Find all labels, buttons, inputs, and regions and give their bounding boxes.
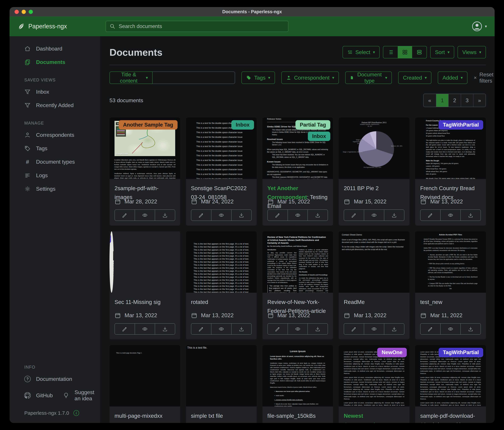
document-card[interactable]: TagWithPartial French Country BreadFor t… <box>415 118 486 225</box>
document-thumbnail[interactable]: This is the text that appears on the fir… <box>186 231 257 293</box>
minimize-window-button[interactable] <box>22 10 26 14</box>
sidebar-item-document-types[interactable]: # Document types <box>9 155 100 169</box>
download-button[interactable] <box>460 210 480 221</box>
tag-badge[interactable]: NewOne <box>377 348 407 357</box>
document-card[interactable]: Another Sample Tag Boundary Waters TripG… <box>109 118 180 225</box>
tag-badge[interactable]: Inbox <box>231 120 254 130</box>
pagination-page-1[interactable]: 1 <box>436 94 448 107</box>
pagination-page-2[interactable]: 2 <box>448 94 461 107</box>
tag-badge[interactable]: TagWithPartial <box>109 234 111 243</box>
download-button[interactable] <box>307 210 328 221</box>
view-button[interactable] <box>135 210 155 221</box>
document-thumbnail[interactable]: Contact Sheet DemoGiven a set of image f… <box>339 231 409 293</box>
search-input[interactable] <box>106 21 288 32</box>
view-button[interactable] <box>288 210 308 221</box>
document-card[interactable]: Adobe Acrobat PDF FilesAdobe® Portable D… <box>415 231 486 339</box>
document-thumbnail[interactable]: Patient BP Distribution 2011Normal, 150,… <box>339 118 409 179</box>
document-card[interactable]: This is the text that appears on the fir… <box>186 231 257 339</box>
tag-badge[interactable]: TagWithPartial <box>439 348 483 357</box>
document-card[interactable]: TagWithPartial Application for Medical S… <box>109 231 180 339</box>
view-button[interactable] <box>440 324 460 334</box>
document-card[interactable]: Patient BP Distribution 2011Normal, 150,… <box>339 118 409 225</box>
view-button[interactable] <box>288 324 308 334</box>
filter-tags-button[interactable]: Tags ▾ <box>242 72 275 84</box>
view-grid-button[interactable] <box>398 46 412 58</box>
edit-button[interactable] <box>115 324 135 334</box>
document-title[interactable]: sample-pdf-download-10-mb-longer-title <box>420 411 481 423</box>
tag-badge[interactable]: Another Sample Tag <box>119 120 178 130</box>
document-title[interactable]: Sec 11-Missing sig <box>115 298 175 307</box>
sidebar-item-documents[interactable]: Documents <box>9 55 100 69</box>
filter-correspondent-button[interactable]: Correspondent ▾ <box>281 72 339 84</box>
correspondent-name[interactable]: Yet Another Correspondent <box>267 185 307 200</box>
pagination-page-3[interactable]: 3 <box>461 94 473 107</box>
filter-query-input[interactable] <box>153 72 235 84</box>
sidebar-item-suggest-idea[interactable]: Suggest an idea <box>56 386 100 405</box>
edit-button[interactable] <box>268 324 288 334</box>
brand[interactable]: Paperless-ngx <box>17 22 67 30</box>
edit-button[interactable] <box>191 324 211 334</box>
filter-added-button[interactable]: Added ▾ <box>438 72 468 84</box>
view-details-button[interactable] <box>412 46 427 58</box>
document-thumbnail[interactable]: Inbox This is a test for the double spac… <box>186 118 257 179</box>
filter-created-button[interactable]: Created ▾ <box>398 72 432 84</box>
select-button[interactable]: Select ▾ <box>342 46 380 58</box>
document-thumbnail[interactable]: Lorem ipsumLorem ipsum dolor sit amet, c… <box>262 345 333 406</box>
tag-badge[interactable]: TagWithPartial <box>439 120 483 130</box>
document-card[interactable]: NewOne Lorem ipsum dolor sit amet, conse… <box>339 345 409 423</box>
document-thumbnail[interactable]: TagWithPartial French Country BreadFor t… <box>415 118 486 179</box>
sidebar-item-dashboard[interactable]: Dashboard <box>9 42 100 55</box>
edit-button[interactable] <box>344 324 364 334</box>
filter-field-button[interactable]: Title & content ▾ <box>109 72 153 84</box>
tag-badge[interactable]: Partial Tag <box>296 120 330 130</box>
document-title[interactable]: 2011 BP Pie 2 <box>344 184 405 193</box>
document-card[interactable]: Lorem ipsumLorem ipsum dolor sit amet, c… <box>262 345 333 423</box>
document-title[interactable]: simple txt file <box>191 411 252 421</box>
sidebar-item-inbox[interactable]: Inbox <box>9 85 100 99</box>
download-button[interactable] <box>384 324 404 334</box>
document-card[interactable]: TagWithPartial Lorem ipsum dolor sit ame… <box>415 345 486 423</box>
view-button[interactable] <box>211 210 231 221</box>
document-thumbnail[interactable]: TagWithPartial Application for Medical S… <box>109 231 114 293</box>
document-card[interactable]: Partial TagInbox Release Notes----------… <box>262 118 333 225</box>
close-window-button[interactable] <box>15 10 19 14</box>
document-card[interactable]: This is a multi page document. Page 1. m… <box>109 345 180 423</box>
document-title[interactable]: test_new <box>420 298 481 307</box>
document-thumbnail[interactable]: Adobe Acrobat PDF FilesAdobe® Portable D… <box>415 231 486 293</box>
view-button[interactable] <box>211 324 231 334</box>
sidebar-item-documentation[interactable]: ? Documentation <box>9 372 100 386</box>
edit-button[interactable] <box>268 210 288 221</box>
edit-button[interactable] <box>344 210 364 221</box>
document-card[interactable]: Contact Sheet DemoGiven a set of image f… <box>339 231 409 339</box>
document-title[interactable]: Newest Correspondent: f_combineds <box>344 411 405 423</box>
pagination-prev[interactable]: « <box>423 94 436 107</box>
download-button[interactable] <box>384 210 404 221</box>
sidebar-item-correspondents[interactable]: Correspondents <box>9 128 100 142</box>
document-title[interactable]: multi-page-mixedxx <box>115 411 175 421</box>
download-button[interactable] <box>231 324 251 334</box>
document-thumbnail[interactable]: Review of New York Federal Petitions for… <box>262 231 333 293</box>
sidebar-item-recently-added[interactable]: Recently Added <box>9 99 100 112</box>
download-button[interactable] <box>231 210 251 221</box>
user-menu[interactable]: ▾ <box>472 21 487 32</box>
document-card[interactable]: Inbox This is a test for the double spac… <box>186 118 257 225</box>
edit-button[interactable] <box>421 210 440 221</box>
correspondent-name[interactable]: Newest Correspondent <box>344 413 383 423</box>
document-thumbnail[interactable]: NewOne Lorem ipsum dolor sit amet, conse… <box>339 345 409 406</box>
view-button[interactable] <box>135 324 155 334</box>
document-thumbnail[interactable]: This is a test file. <box>186 345 257 406</box>
edit-button[interactable] <box>421 324 440 334</box>
pagination-next[interactable]: » <box>473 94 486 107</box>
view-button[interactable] <box>440 210 460 221</box>
document-title[interactable]: ReadMe <box>344 298 405 307</box>
reset-filters-button[interactable]: × Reset filters <box>474 72 494 84</box>
document-thumbnail[interactable]: Partial TagInbox Release Notes----------… <box>262 118 333 179</box>
filter-document-type-button[interactable]: Document type ▾ <box>345 72 392 84</box>
document-title[interactable]: rotated <box>191 298 252 307</box>
edit-button[interactable] <box>115 210 135 221</box>
download-button[interactable] <box>155 324 175 334</box>
zoom-window-button[interactable] <box>29 10 33 14</box>
document-thumbnail[interactable]: This is a multi page document. Page 1. <box>109 345 180 406</box>
document-thumbnail[interactable]: TagWithPartial Lorem ipsum dolor sit ame… <box>415 345 486 406</box>
document-thumbnail[interactable]: Another Sample Tag Boundary Waters TripG… <box>109 118 180 179</box>
